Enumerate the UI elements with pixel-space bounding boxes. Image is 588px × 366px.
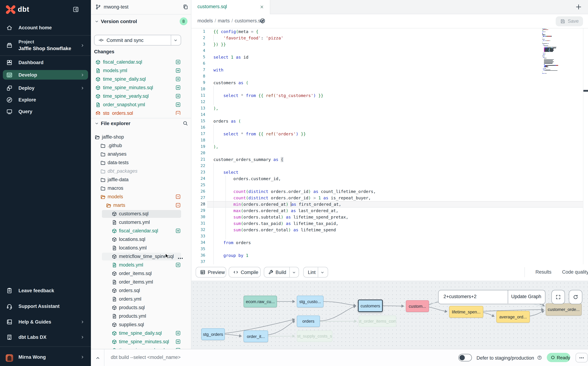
lineage-node-average-order[interactable]: average_ord... bbox=[496, 311, 530, 323]
stage-plus-icon[interactable] bbox=[175, 348, 181, 349]
sidebar-item-dbt-labs-dx[interactable]: dbt Labs DX bbox=[0, 331, 91, 343]
more-options-button[interactable] bbox=[576, 353, 588, 362]
tree-item-products-yml[interactable]: products.yml bbox=[91, 312, 191, 320]
code-editor[interactable]: 1{{ config(meta = {2 'favorite_food': 'p… bbox=[191, 28, 588, 264]
compass-icon[interactable] bbox=[260, 18, 266, 24]
stage-plus-icon[interactable] bbox=[175, 262, 181, 267]
chevron-down-icon[interactable] bbox=[94, 121, 99, 126]
new-tab-icon[interactable] bbox=[575, 4, 582, 10]
fullscreen-button[interactable] bbox=[551, 290, 565, 304]
chevron-down-icon[interactable] bbox=[94, 19, 99, 24]
close-icon[interactable] bbox=[260, 5, 264, 9]
stage-plus-icon[interactable] bbox=[175, 330, 181, 336]
help-circle-icon[interactable] bbox=[537, 355, 542, 360]
sidebar-item-dashboard[interactable]: Dashboard bbox=[0, 56, 91, 68]
copy-icon[interactable] bbox=[183, 4, 189, 10]
user-menu[interactable]: Mirna Wong bbox=[0, 350, 91, 365]
tree-item-macros[interactable]: macros bbox=[91, 184, 191, 193]
lineage-node-test-supply-costs[interactable]: test_supply_costs_s... bbox=[297, 330, 332, 342]
tree-item-dbt-packages[interactable]: dbt_packages bbox=[91, 167, 191, 175]
tree-item-metricflow-time-spine-sql[interactable]: metricflow_time_spine.sql bbox=[91, 252, 191, 261]
tree-item-models-yml[interactable]: models.yml bbox=[91, 261, 191, 269]
lineage-node-stg-customers[interactable]: stg_custo... bbox=[297, 296, 323, 307]
sidebar-item-leave-feedback[interactable]: Leave feedback bbox=[0, 285, 91, 296]
sidebar-item-query[interactable]: Query bbox=[0, 106, 91, 117]
tree-item-customers-sql[interactable]: customers.sql bbox=[91, 210, 191, 218]
tab-results[interactable]: Results bbox=[536, 269, 551, 275]
change-row[interactable]: time_spine_yearly.sql bbox=[91, 92, 191, 100]
chevron-down-icon[interactable] bbox=[320, 270, 325, 275]
tree-item-models[interactable]: models bbox=[91, 193, 191, 201]
search-icon[interactable] bbox=[183, 121, 188, 126]
lineage-node-customer-orders[interactable]: customer_orde... bbox=[546, 304, 582, 316]
scrollbar-cursor-marker[interactable] bbox=[583, 90, 588, 92]
tree-item-orders-sql[interactable]: orders.sql bbox=[91, 286, 191, 295]
change-row[interactable]: fiscal_calendar.sql bbox=[91, 58, 191, 67]
compile-button[interactable]: Compile bbox=[229, 267, 261, 277]
lineage-selector-input[interactable]: 2+customers+2Update Graph bbox=[438, 290, 545, 304]
tree-item-jaffle-data[interactable]: jaffle-data bbox=[91, 175, 191, 184]
command-input[interactable]: dbt build --select <model_name> bbox=[111, 355, 180, 360]
lint-button[interactable]: Lint bbox=[303, 267, 328, 277]
tree-item-fiscal-calendar-sql[interactable]: fiscal_calendar.sql bbox=[91, 227, 191, 235]
sidebar-item-project[interactable]: ProjectJaffle Shop Snowflake bbox=[0, 36, 91, 55]
sidebar-collapse-icon[interactable] bbox=[72, 6, 79, 13]
stage-plus-icon[interactable] bbox=[175, 76, 181, 82]
build-button[interactable]: Build bbox=[264, 267, 299, 277]
stage-plus-icon[interactable] bbox=[175, 68, 181, 73]
sidebar-item-deploy[interactable]: Deploy bbox=[0, 82, 91, 94]
stage-plus-icon[interactable] bbox=[175, 59, 181, 65]
lineage-node-orders[interactable]: orders bbox=[297, 316, 320, 327]
tree-item-jaffle-shop[interactable]: jaffle-shop bbox=[91, 133, 191, 141]
minimap[interactable] bbox=[542, 29, 570, 74]
sidebar-item-support-assistant[interactable]: Support Assistant bbox=[0, 300, 91, 312]
preview-button[interactable]: Preview bbox=[196, 267, 226, 277]
breadcrumb-models[interactable]: models bbox=[197, 18, 213, 23]
tree-item-order-items-yml[interactable]: order_items.yml bbox=[91, 278, 191, 286]
lineage-panel[interactable]: ecom.raw_cu...stg_custo...customersorder… bbox=[191, 281, 588, 349]
lineage-node-lifetime-spend[interactable]: lifetime_spen... bbox=[449, 306, 483, 318]
stage-plus-icon[interactable] bbox=[175, 102, 181, 107]
tree-item-products-sql[interactable]: products.sql bbox=[91, 304, 191, 312]
tree-item-marts[interactable]: marts bbox=[91, 201, 191, 210]
tree-item-orders-yml[interactable]: orders.yml bbox=[91, 295, 191, 304]
sidebar-item-develop[interactable]: Develop bbox=[3, 70, 88, 80]
change-row[interactable]: time_spine_minutes.sql bbox=[91, 84, 191, 92]
lineage-node-ecom-raw-customers[interactable]: ecom.raw_cu... bbox=[244, 296, 277, 307]
tree-item-customers-yml[interactable]: customers.yml bbox=[91, 218, 191, 227]
commit-and-sync-button[interactable]: Commit and sync bbox=[94, 35, 181, 46]
defer-toggle[interactable] bbox=[458, 354, 472, 361]
lineage-node-stg-orders[interactable]: stg_orders bbox=[201, 328, 225, 340]
save-button[interactable]: Save bbox=[556, 16, 583, 26]
chevron-down-icon[interactable] bbox=[292, 270, 296, 275]
lineage-node-order-items[interactable]: order_it... bbox=[244, 330, 268, 342]
change-row[interactable]: models.yml bbox=[91, 67, 191, 75]
tree-item-locations-yml[interactable]: locations.yml bbox=[91, 244, 191, 252]
tree-item-time-spine-yearly-sql[interactable]: time_spine_yearly.sql bbox=[91, 346, 191, 349]
modified-dot-icon[interactable] bbox=[175, 203, 181, 208]
stage-plus-icon[interactable] bbox=[175, 85, 181, 90]
modified-dot-icon[interactable] bbox=[175, 194, 181, 199]
stage-plus-icon[interactable] bbox=[175, 228, 181, 233]
sidebar-item-help-guides[interactable]: Help & Guides bbox=[0, 316, 91, 328]
update-graph-button[interactable]: Update Graph bbox=[508, 294, 545, 299]
change-row[interactable]: order_snapshot.yml bbox=[91, 100, 191, 109]
change-row[interactable]: stg_orders.sql bbox=[91, 109, 191, 115]
tree-item-locations-sql[interactable]: locations.sql bbox=[91, 235, 191, 244]
breadcrumb-marts[interactable]: marts bbox=[218, 18, 230, 23]
sidebar-item-explore[interactable]: Explore bbox=[0, 94, 91, 106]
stage-plus-icon[interactable] bbox=[175, 93, 181, 99]
change-row[interactable]: time_spine_daily.sql bbox=[91, 75, 191, 84]
tree-item-order-items-sql[interactable]: order_items.sql bbox=[91, 269, 191, 278]
tab-code-quality[interactable]: Code quality bbox=[562, 269, 588, 275]
tree-item-analyses[interactable]: analyses bbox=[91, 150, 191, 159]
lineage-node-test-order-items[interactable]: test_order_items_com... bbox=[359, 316, 396, 327]
tree-item-supplies-sql[interactable]: supplies.sql bbox=[91, 320, 191, 329]
chevron-down-icon[interactable] bbox=[173, 38, 178, 43]
refresh-button[interactable] bbox=[569, 290, 582, 304]
tab-customers-sql[interactable]: customers.sql bbox=[191, 0, 270, 14]
tree-item-time-spine-daily-sql[interactable]: time_spine_daily.sql bbox=[91, 329, 191, 338]
stage-plus-icon[interactable] bbox=[175, 339, 181, 344]
lineage-node-customers-meta[interactable]: custom... bbox=[406, 300, 429, 312]
sidebar-item-account-home[interactable]: Account home bbox=[0, 20, 91, 35]
